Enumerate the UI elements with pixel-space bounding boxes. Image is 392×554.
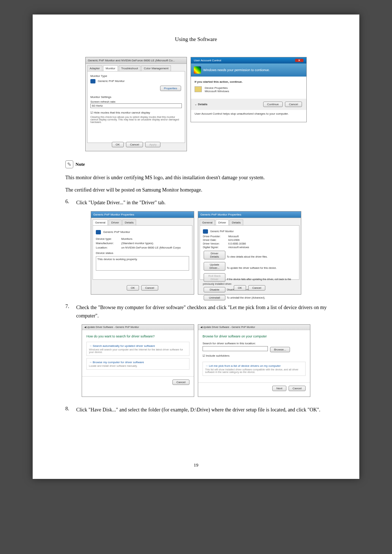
driver-props-screenshot: Generic PnP Monitor Properties General D… xyxy=(198,211,301,295)
uac-screenshot: User Account Control ✕ Windows needs you… xyxy=(191,57,307,122)
section-header: Using the Software xyxy=(65,36,327,42)
tab-general[interactable]: General xyxy=(200,219,215,225)
wizard-title: ◀ Update Driver Software - Generic PnP M… xyxy=(198,325,310,330)
close-icon[interactable]: ✕ xyxy=(295,59,303,62)
tab-content: Generic PnP Monitor Driver Provider:Micr… xyxy=(200,225,299,280)
step-7: 7. Check the "Browse my computer for dri… xyxy=(65,304,327,320)
uninstall-desc: To uninstall the driver (Advanced). xyxy=(227,296,265,299)
tab-color[interactable]: Color Management xyxy=(141,65,171,71)
version-label: Driver Version: xyxy=(203,242,228,245)
wizard-footer: Cancel xyxy=(82,376,194,388)
general-props-screenshot: Generic PnP Monitor Properties General D… xyxy=(91,211,194,295)
microsoft-windows-label: Microsoft Windows xyxy=(205,90,229,93)
date-label: Driver Date: xyxy=(203,239,228,241)
rollback-button[interactable]: Roll Back Driver xyxy=(204,273,225,282)
continue-button[interactable]: Continue xyxy=(263,102,283,107)
note-label: Note xyxy=(75,161,85,167)
tab-content: Monitor Type Generic PnP Monitor Propert… xyxy=(87,71,185,143)
monitor-settings-label: Monitor Settings xyxy=(90,95,182,99)
hide-modes-checkbox-label: Hide modes that this monitor cannot disp… xyxy=(94,111,150,114)
cancel-button[interactable]: Cancel xyxy=(285,102,302,107)
monitor-name: Generic PnP Monitor xyxy=(103,230,130,234)
next-button[interactable]: Next xyxy=(272,386,286,391)
monitor-name: Generic PnP Monitor xyxy=(98,79,124,83)
screenshot-row-2: Generic PnP Monitor Properties General D… xyxy=(65,211,327,295)
date-value: 6/21/2006 xyxy=(228,239,240,241)
details-desc: To view details about the driver files. xyxy=(227,255,268,258)
uac-started-text: If you started this action, continue. xyxy=(195,80,303,83)
option-auto-search[interactable]: → Search automatically for updated drive… xyxy=(86,342,189,356)
monitor-type-label: Monitor Type xyxy=(90,74,182,78)
cancel-button[interactable]: Cancel xyxy=(141,285,158,291)
wizard-title: ◀ Update Driver Software - Generic PnP M… xyxy=(82,325,194,330)
step-number: 6. xyxy=(65,199,76,207)
tabs: General Driver Details xyxy=(91,218,194,225)
wizard-header: Browse for driver software on your compu… xyxy=(203,335,306,338)
status-textarea: This device is working properly. xyxy=(96,256,189,271)
update-driver-button[interactable]: Update Driver... xyxy=(204,262,225,271)
tab-driver[interactable]: Driver xyxy=(216,219,228,225)
chevron-down-icon[interactable]: ⌄ xyxy=(195,103,198,106)
note-section: ✎ Note xyxy=(65,160,327,168)
step-text: Check the "Browse my computer for driver… xyxy=(76,304,327,320)
back-icon[interactable]: ◀ xyxy=(200,326,203,328)
location-label: Location: xyxy=(96,246,121,249)
tab-adapter[interactable]: Adapter xyxy=(87,65,102,71)
window-title: Generic PnP Monitor Properties xyxy=(91,212,194,218)
tab-driver[interactable]: Driver xyxy=(109,219,121,225)
step-text: Click "Update Driver..." in the "Driver"… xyxy=(76,199,327,207)
step-6: 6. Click "Update Driver..." in the "Driv… xyxy=(65,199,327,207)
monitor-properties-screenshot: Generic PnP Monitor and NVIDIA GeForce 6… xyxy=(85,57,187,151)
screenshot-row-1: Generic PnP Monitor and NVIDIA GeForce 6… xyxy=(65,57,327,151)
option-let-me-pick[interactable]: → Let me pick from a list of device driv… xyxy=(203,362,306,376)
ok-button[interactable]: OK xyxy=(112,142,124,147)
wizard-content: Browse for driver software on your compu… xyxy=(198,330,310,382)
manufacturer-label: Manufacturer: xyxy=(96,242,121,245)
note-text-2: The certified driver will be posted on S… xyxy=(65,186,327,194)
driver-details-button[interactable]: Driver Details xyxy=(204,251,225,259)
device-icon xyxy=(195,86,202,92)
ok-button[interactable]: OK xyxy=(234,285,246,291)
ok-button[interactable]: OK xyxy=(127,285,139,291)
uac-title-text: User Account Control xyxy=(194,59,221,62)
tab-details[interactable]: Details xyxy=(229,219,243,225)
browse-button[interactable]: Browse... xyxy=(270,347,290,352)
apply-button[interactable]: Apply xyxy=(145,142,160,147)
tab-content: Generic PnP Monitor Device type:Monitors… xyxy=(93,225,192,280)
tabs: General Driver Details xyxy=(198,218,301,225)
uac-banner-text: Windows needs your permission to contion… xyxy=(203,68,270,72)
tab-monitor[interactable]: Monitor xyxy=(103,65,118,71)
tab-general[interactable]: General xyxy=(93,219,108,225)
signer-value: microsoft windows xyxy=(228,246,249,249)
location-value: on NVIDIA GeForce 6600 LE (Microsoft Cor… xyxy=(121,246,181,249)
window-title: Generic PnP Monitor and NVIDIA GeForce 6… xyxy=(86,57,187,64)
note-text-1: This monitor driver is under certifying … xyxy=(65,174,327,182)
monitor-icon xyxy=(90,79,95,83)
wizard-search-screenshot: ◀ Update Driver Software - Generic PnP M… xyxy=(82,324,194,397)
checkbox-icon[interactable]: ☑ xyxy=(203,354,206,357)
wizard-header: How do you want to search for driver sof… xyxy=(86,335,189,338)
tab-troubleshoot[interactable]: Troubleshoot xyxy=(119,65,140,71)
step-number: 7. xyxy=(65,304,76,320)
option-browse-computer[interactable]: → Browse my computer for driver software… xyxy=(86,358,189,370)
version-value: 6.0.6000.16386 xyxy=(228,242,246,245)
details-label[interactable]: Details xyxy=(198,103,207,106)
properties-button[interactable]: Properties xyxy=(160,86,181,91)
cancel-button[interactable]: Cancel xyxy=(248,285,265,291)
uninstall-button[interactable]: Uninstall xyxy=(204,295,225,300)
cancel-button[interactable]: Cancel xyxy=(126,142,143,147)
page: Using the Software Generic PnP Monitor a… xyxy=(33,15,359,479)
tab-details[interactable]: Details xyxy=(122,219,136,225)
signer-label: Digital Signer: xyxy=(203,246,228,249)
back-icon[interactable]: ◀ xyxy=(84,326,87,328)
location-dropdown[interactable] xyxy=(203,346,268,351)
wizard-browse-screenshot: ◀ Update Driver Software - Generic PnP M… xyxy=(198,324,310,397)
manufacturer-value: (Standard monitor types) xyxy=(121,242,153,245)
device-status-label: Device status xyxy=(96,251,189,255)
monitor-name: Generic PnP Monitor xyxy=(210,230,234,233)
uac-title-bar: User Account Control ✕ xyxy=(191,57,306,63)
cancel-button[interactable]: Cancel xyxy=(172,379,189,385)
checkbox-icon[interactable]: ☑ xyxy=(90,111,94,114)
cancel-button[interactable]: Cancel xyxy=(289,386,306,391)
refresh-rate-dropdown[interactable]: 60 Hertz xyxy=(90,103,182,108)
